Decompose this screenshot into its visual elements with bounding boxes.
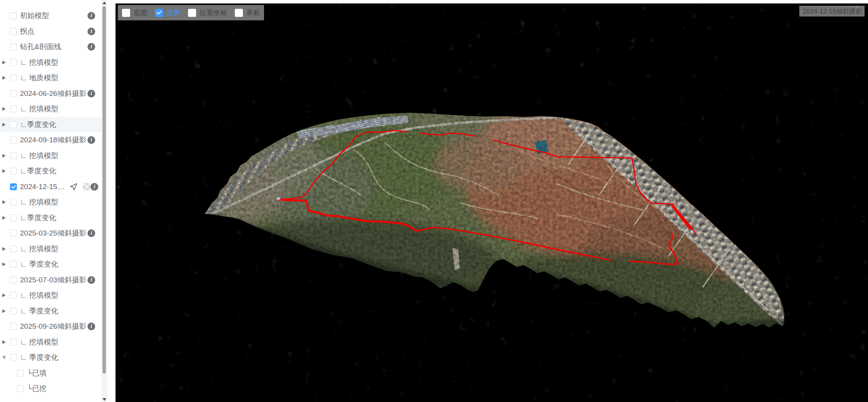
layer-checkbox[interactable] (10, 230, 17, 237)
layer-label[interactable]: ∟ 挖填模型 (20, 244, 58, 254)
layer-checkbox[interactable] (10, 43, 17, 50)
layer-label[interactable]: 2025-09-26倾斜摄影 (20, 321, 86, 331)
info-icon[interactable]: i (87, 276, 95, 284)
expand-arrow-slot[interactable] (2, 340, 10, 344)
toolbar-checkbox[interactable] (188, 9, 196, 17)
layer-tree-row[interactable]: ∟ 地质模型 (0, 70, 102, 86)
toolbar-checkbox[interactable] (155, 9, 163, 17)
layer-label[interactable]: 2024-06-26倾斜摄影 (20, 89, 86, 99)
layer-tree-row[interactable]: ∟ 挖填模型 (0, 288, 102, 303)
toolbar-checkbox-label[interactable]: 位置坐标 (200, 8, 227, 17)
layer-label[interactable]: ∟ 地质模型 (20, 73, 58, 83)
expand-arrow-slot[interactable] (2, 247, 10, 251)
expand-arrow-slot[interactable] (2, 123, 10, 127)
expand-arrow-slot[interactable] (2, 107, 10, 111)
layer-tree-row[interactable]: 2024-09-18倾斜摄影 i (0, 132, 102, 148)
expand-arrow-icon[interactable] (2, 200, 6, 204)
expand-arrow-icon[interactable] (2, 262, 6, 266)
layer-label[interactable]: ∟ 季度变化 (20, 259, 58, 269)
layer-label[interactable]: └已挖 (27, 384, 46, 394)
info-icon[interactable]: i (87, 43, 95, 51)
expand-arrow-icon[interactable] (2, 107, 6, 111)
expand-arrow-slot[interactable] (2, 154, 10, 158)
toolbar-checkbox[interactable] (122, 9, 130, 17)
layer-checkbox[interactable] (10, 152, 17, 159)
expand-arrow-icon[interactable] (2, 247, 6, 251)
terrain-scene[interactable] (116, 3, 868, 402)
layer-checkbox[interactable] (17, 385, 24, 392)
layer-tree-row[interactable]: ∟ 季度变化 (0, 303, 102, 319)
layer-label[interactable]: ∟ 挖填模型 (20, 337, 58, 347)
texture-grid-icon[interactable] (83, 183, 91, 191)
terrain-3d-viewport[interactable]: 底图 边界 位置坐标 界桩 2024-12-15倾斜摄影 (116, 3, 868, 402)
toolbar-checkbox-label[interactable]: 底图 (134, 8, 147, 17)
layer-tree-row[interactable]: 初始模型 i (0, 8, 102, 24)
expand-arrow-icon[interactable] (2, 340, 6, 344)
layer-tree-row[interactable]: ∟ 挖填模型 (0, 241, 102, 257)
layer-label[interactable]: 钻孔&剖面线 (20, 42, 61, 52)
layer-tree-row[interactable]: ∟ 挖填模型 (0, 194, 102, 210)
layer-checkbox[interactable] (10, 59, 17, 66)
info-icon[interactable]: i (91, 183, 98, 191)
expand-arrow-icon[interactable] (2, 293, 6, 297)
info-icon[interactable]: i (87, 12, 95, 20)
expand-arrow-icon[interactable] (2, 76, 6, 80)
layer-label[interactable]: ∟ 挖填模型 (20, 290, 58, 300)
layer-checkbox[interactable] (10, 137, 17, 143)
info-icon[interactable]: i (87, 136, 95, 144)
layer-tree-row[interactable]: 钻孔&剖面线 i (0, 39, 102, 55)
layer-label[interactable]: 2024-12-15… (20, 183, 64, 191)
layer-checkbox[interactable] (10, 261, 17, 268)
expand-arrow-slot[interactable] (2, 200, 10, 204)
layer-checkbox[interactable] (10, 292, 17, 299)
layer-tree-row[interactable]: ∟季度变化 (0, 210, 102, 226)
layer-label[interactable]: 2024-09-18倾斜摄影 (20, 135, 86, 145)
layer-checkbox[interactable] (10, 183, 17, 190)
layer-label[interactable]: ∟ 挖填模型 (20, 104, 58, 114)
layer-label[interactable]: 2025-03-25倾斜摄影 (20, 228, 86, 238)
expand-arrow-icon[interactable] (2, 169, 6, 173)
layer-checkbox[interactable] (10, 168, 17, 175)
layer-label[interactable]: 2025-07-03倾斜摄影 (20, 275, 86, 285)
layer-checkbox[interactable] (10, 105, 17, 112)
layer-label[interactable]: ∟季度变化 (20, 120, 56, 130)
layer-label[interactable]: 拐点 (20, 26, 35, 36)
layer-tree-row[interactable]: 2025-09-26倾斜摄影 i (0, 319, 102, 334)
layer-label[interactable]: ∟季度变化 (20, 166, 56, 176)
layer-checkbox[interactable] (10, 28, 17, 35)
scroll-down-icon[interactable] (102, 397, 106, 402)
expand-arrow-slot[interactable] (2, 309, 10, 313)
layer-tree-row[interactable]: └已填 (0, 366, 102, 381)
toolbar-checkbox-label[interactable]: 边界 (167, 8, 180, 17)
layer-tree-row[interactable]: └已挖 (0, 381, 102, 397)
sidebar-scrollbar[interactable] (102, 0, 106, 402)
expand-arrow-slot[interactable] (2, 356, 10, 359)
layer-label[interactable]: ∟ 挖填模型 (20, 197, 58, 207)
layer-checkbox[interactable] (10, 199, 17, 206)
layer-checkbox[interactable] (10, 214, 17, 221)
layer-tree-row[interactable]: ∟ 挖填模型 (0, 55, 102, 71)
layer-tree-row[interactable]: ∟季度变化 (0, 163, 102, 179)
layer-label[interactable]: ∟季度变化 (20, 213, 56, 223)
layer-checkbox[interactable] (10, 308, 17, 315)
layer-checkbox[interactable] (10, 74, 17, 81)
layer-tree-row[interactable]: ∟ 挖填模型 (0, 148, 102, 164)
layer-checkbox[interactable] (10, 90, 17, 97)
layer-label[interactable]: ∟ 挖填模型 (20, 151, 58, 161)
expand-arrow-slot[interactable] (2, 262, 10, 266)
expand-arrow-icon[interactable] (2, 216, 6, 220)
layer-checkbox[interactable] (10, 121, 17, 128)
layer-checkbox[interactable] (10, 323, 17, 330)
layer-tree-row[interactable]: 2024-06-26倾斜摄影 i (0, 86, 102, 102)
layer-label[interactable]: ∟ 挖填模型 (20, 58, 58, 68)
layer-checkbox[interactable] (10, 354, 17, 361)
layer-checkbox[interactable] (10, 339, 17, 346)
info-icon[interactable]: i (87, 229, 95, 237)
layer-tree-row[interactable]: ∟ 季度变化 (0, 350, 102, 366)
layer-checkbox[interactable] (10, 277, 17, 283)
expand-arrow-slot[interactable] (2, 293, 10, 297)
toolbar-checkbox[interactable] (235, 9, 243, 17)
info-icon[interactable]: i (87, 90, 95, 97)
locate-icon[interactable] (69, 183, 78, 191)
layer-label[interactable]: ∟ 季度变化 (20, 306, 58, 316)
